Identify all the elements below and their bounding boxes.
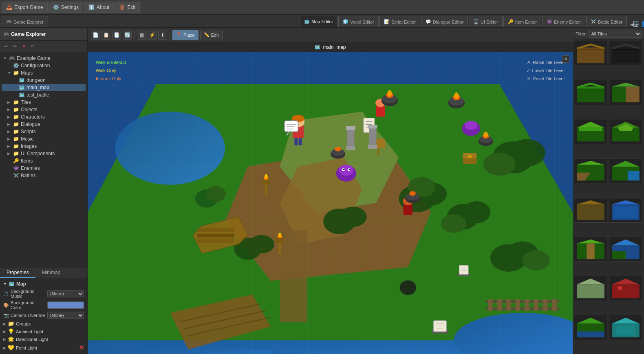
dir-expand[interactable]: ▶ [3,337,6,341]
testbattle-icon: 🗺️ [19,92,25,98]
place-button[interactable]: 📍 Place [172,30,198,40]
tree-item-characters[interactable]: ▶ 📁 Characters [2,113,86,121]
redo-button[interactable]: ↪ [11,42,19,51]
tree-item-maps[interactable]: ▼ 📁 Maps [2,69,86,77]
scatter-button[interactable]: ⚡ [148,31,157,40]
svg-rect-10 [280,231,307,322]
up-button[interactable]: ⬆ [158,31,167,40]
tree-root: ▼ 🎮 Example Game ⚙️ Configuration ▼ 📁 Ma… [0,54,87,180]
map-close-button[interactable]: ✕ [562,55,569,63]
tree-item-dungeon[interactable]: 🗺️ dungeon [2,77,86,84]
tree-item-scripts[interactable]: ▶ 📁 Scripts [2,128,86,135]
svg-point-116 [400,280,416,295]
tile-cell-8[interactable] [609,158,642,183]
tile-cell-3[interactable] [574,80,607,105]
minimize-button[interactable]: □ [29,42,37,51]
tile-cell-10[interactable] [609,198,642,223]
svg-rect-118 [346,126,355,130]
grid-button[interactable]: ▦ [137,31,146,40]
tab-ui-editor[interactable]: 🖥️ UI Editor [469,16,503,27]
svg-rect-33 [197,239,234,243]
tree-item-main-map[interactable]: 🗺️ main_map [2,84,86,91]
bg-color-value[interactable] [47,301,84,309]
svg-rect-107 [516,299,520,311]
tile-cell-5[interactable] [574,119,607,144]
map-title-icon: 🗺️ [314,44,320,50]
tile-cell-9[interactable] [574,198,607,223]
exit-button[interactable]: 🚪 Exit [115,2,140,13]
game-explorer-tab[interactable]: 🎮 Game Explorer [2,16,48,27]
tab-dialogue-editor[interactable]: 💬 Dialogue Editor [421,16,468,27]
bg-music-select[interactable]: (None) [47,290,84,297]
groups-expand[interactable]: ▶ [3,322,6,326]
tab-item-editor[interactable]: 🔑 Item Editor [503,16,541,27]
svg-rect-44 [294,138,298,145]
tree-item-battles[interactable]: ⚔️ Battles [2,172,86,179]
map-title: main_map [323,44,346,50]
svg-point-91 [278,233,281,236]
svg-rect-147 [577,204,604,220]
color-swatch[interactable] [47,301,84,309]
camera-select[interactable]: (None) [47,312,84,319]
tree-item-dialogue[interactable]: ▶ 📁 Dialogue [2,121,86,128]
open-button[interactable]: 📋 [101,31,110,40]
item-editor-label: Item Editor [515,20,537,24]
svg-rect-164 [577,332,604,338]
tab-voxel-editor[interactable]: 🧊 Voxel Editor [338,16,379,27]
key-raise: A: Raise Tile Level [527,59,565,67]
point-expand[interactable]: ▶ [3,346,6,350]
tile-filter: Filter: All Tiles Ground Wall Decoration… [573,28,644,40]
tab-enemy-editor[interactable]: 👾 Enemy Editor [542,16,585,27]
edit-button[interactable]: ✏️ Edit [200,30,223,40]
tile-filter-select[interactable]: All Tiles Ground Wall Decoration Water [589,30,642,38]
tree-item-images[interactable]: ▶ 📁 Images [2,143,86,150]
rotate-button[interactable]: 🔄 [123,31,132,40]
tile-cell-14[interactable] [609,276,642,301]
tree-item-test-battle[interactable]: 🗺️ test_battle [2,91,86,99]
export-game-button[interactable]: 📤 Export Game [2,2,48,13]
root-label: Example Game [17,55,51,61]
tree-item-items[interactable]: 🔑 Items [2,157,86,165]
tree-item-configuration[interactable]: ⚙️ Configuration [2,62,86,69]
tile-cell-4[interactable] [609,80,642,105]
tile-cell-7[interactable] [574,158,607,183]
tree-item-ui-components[interactable]: ▶ 📁 UI Components [2,150,86,157]
tile-cell-1[interactable] [574,41,607,66]
tile-cell-13[interactable] [574,276,607,301]
tile-cell-15[interactable] [574,315,607,340]
tile-cell-6[interactable] [609,119,642,144]
new-file-button[interactable]: 📄 [91,31,100,40]
svg-rect-154 [587,243,594,259]
ambient-expand[interactable]: ▶ [3,330,6,334]
tile-cell-2[interactable] [609,41,642,66]
map-section-header[interactable]: ▼ 🗺️ Map [2,280,86,288]
settings-button[interactable]: ⚙️ Settings [49,2,83,13]
undo-button[interactable]: ↩ [2,42,10,51]
tab-script-editor[interactable]: 📝 Script Editor [379,16,420,27]
tree-item-objects[interactable]: ▶ 📁 Objects [2,106,86,113]
tile-cell-16[interactable] [609,315,642,340]
tab-map-editor[interactable]: 🗺️ Map Editor [300,16,337,27]
tile-cell-12[interactable] [609,237,642,262]
copy-button[interactable]: 📑 [112,31,121,40]
tab-minimap[interactable]: Minimap [35,268,67,278]
dialogue-editor-icon: 💬 [426,19,431,24]
svg-rect-120 [369,127,376,147]
game-explorer-header-icon: 🎮 [3,31,9,37]
tree-item-music[interactable]: ▶ 📁 Music [2,135,86,143]
dungeon-icon: 🗺️ [19,77,25,83]
map-canvas[interactable]: Walk & Interact Walk Only Interact Only … [88,52,573,354]
tree-item-enemies[interactable]: 👾 Enemies [2,165,86,172]
about-button[interactable]: ℹ️ About [84,2,114,13]
tile-cell-11[interactable] [574,237,607,262]
bg-color-text: Background Color [11,300,46,310]
images-arrow: ▶ [7,144,11,148]
svg-rect-109 [534,299,538,311]
delete-button[interactable]: ✕ [20,42,28,51]
tab-properties[interactable]: Properties [0,268,35,278]
svg-point-16 [441,215,467,233]
tree-item-root[interactable]: ▼ 🎮 Example Game [2,55,86,62]
tab-battle-editor[interactable]: ⚔️ Battle Editor [586,16,627,27]
tree-item-tiles[interactable]: ▶ 📁 Tiles [2,99,86,106]
point-light-add-button[interactable]: ✕ [79,344,84,352]
